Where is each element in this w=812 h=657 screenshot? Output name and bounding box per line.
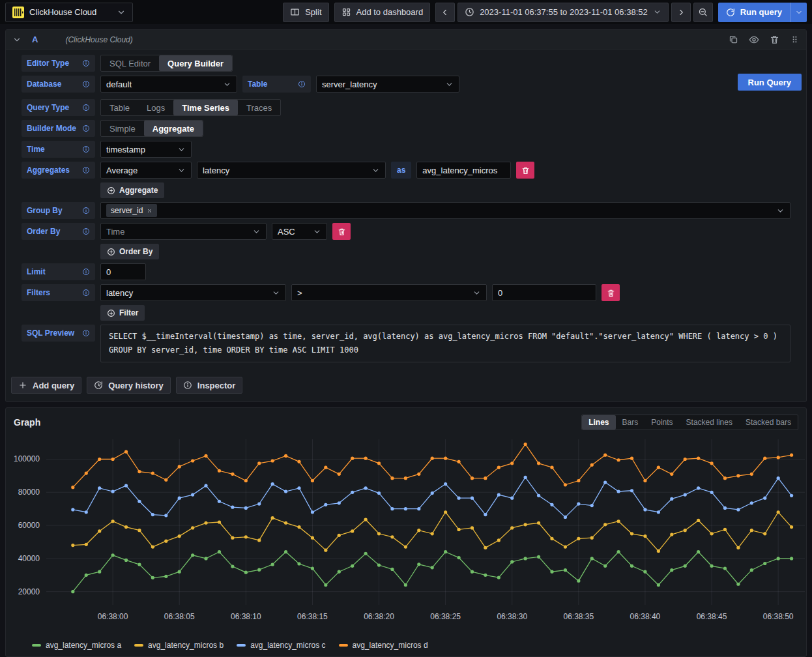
limit-label: Limit: [22, 263, 95, 280]
clock-icon: [465, 7, 474, 17]
info-icon: [298, 80, 306, 88]
database-select[interactable]: default: [100, 76, 237, 93]
duplicate-query-icon[interactable]: [729, 35, 738, 44]
plus-icon: [18, 381, 27, 390]
limit-input[interactable]: 0: [100, 263, 146, 280]
run-query-dropdown-button[interactable]: [790, 3, 807, 22]
time-column-select[interactable]: timestamp: [100, 141, 192, 158]
time-shift-forward-button[interactable]: [671, 3, 691, 22]
builder-mode-option-aggregate[interactable]: Aggregate: [144, 121, 203, 136]
order-by-field-select[interactable]: Time: [100, 223, 267, 240]
circle-plus-icon: [107, 248, 115, 256]
run-query-button[interactable]: Run query: [718, 3, 790, 22]
aggregates-label: Aggregates: [22, 162, 95, 179]
remove-order-by-button[interactable]: [332, 223, 351, 240]
time-shift-back-button[interactable]: [435, 3, 455, 22]
svg-text:40000: 40000: [18, 554, 40, 563]
collapse-chevron-icon[interactable]: [12, 35, 22, 44]
add-aggregate-button[interactable]: Aggregate: [100, 182, 164, 198]
graph-mode-lines[interactable]: Lines: [582, 415, 615, 430]
info-icon: [82, 268, 90, 276]
query-type-option-traces[interactable]: Traces: [238, 100, 280, 115]
inspector-button[interactable]: Inspector: [176, 377, 243, 394]
info-icon: [82, 124, 90, 132]
legend-item[interactable]: avg_latency_micros d: [339, 641, 428, 650]
aggregate-function-select[interactable]: Average: [100, 162, 192, 179]
time-label: Time: [22, 141, 95, 158]
chevron-down-icon: [776, 207, 785, 215]
filter-operator-select[interactable]: >: [291, 284, 487, 301]
graph-mode-stacked-lines[interactable]: Stacked lines: [680, 415, 739, 430]
delete-query-trash-icon[interactable]: [770, 35, 779, 44]
legend-item[interactable]: avg_latency_micros c: [237, 641, 325, 650]
split-button[interactable]: Split: [283, 3, 328, 22]
info-icon: [82, 104, 90, 111]
filter-column-select[interactable]: latency: [100, 284, 286, 301]
legend-series-marker: [339, 644, 348, 647]
query-type-option-logs[interactable]: Logs: [138, 100, 173, 115]
legend-series-label: avg_latency_micros a: [46, 641, 121, 650]
add-order-by-button[interactable]: Order By: [100, 244, 159, 259]
query-type-option-time-series[interactable]: Time Series: [173, 100, 238, 115]
datasource-hint: (ClickHouse Cloud): [65, 35, 132, 44]
remove-filter-button[interactable]: [602, 284, 620, 301]
add-filter-button[interactable]: Filter: [100, 305, 145, 321]
chevron-right-icon: [676, 8, 686, 17]
group-by-label: Group By: [22, 202, 95, 219]
chevron-down-icon: [223, 80, 231, 89]
sql-preview-label: SQL Preview: [22, 325, 95, 342]
graph-mode-points[interactable]: Points: [645, 415, 679, 430]
zoom-out-time-button[interactable]: [693, 3, 713, 22]
query-header[interactable]: A (ClickHouse Cloud): [6, 30, 806, 50]
time-series-chart[interactable]: 06:38:0006:38:0506:38:1006:38:1506:38:20…: [8, 434, 810, 636]
legend-item[interactable]: avg_latency_micros a: [32, 641, 121, 650]
chevron-down-icon: [177, 145, 186, 154]
builder-mode-option-simple[interactable]: Simple: [101, 121, 144, 136]
add-query-button[interactable]: Add query: [11, 377, 81, 394]
aggregate-column-select[interactable]: latency: [197, 162, 386, 179]
chevron-down-icon: [272, 289, 280, 297]
chevron-down-icon: [445, 80, 454, 89]
add-to-dashboard-label: Add to dashboard: [356, 7, 424, 17]
group-by-chip-server-id[interactable]: server_id: [106, 204, 157, 217]
add-to-dashboard-button[interactable]: Add to dashboard: [334, 3, 431, 22]
run-query-label: Run query: [740, 7, 782, 17]
table-select[interactable]: server_latency: [316, 76, 459, 93]
legend-item[interactable]: avg_latency_micros b: [134, 641, 224, 650]
aggregate-alias-input[interactable]: avg_latency_micros: [416, 162, 511, 179]
chevron-down-icon: [653, 8, 661, 16]
graph-mode-bars[interactable]: Bars: [616, 415, 645, 430]
svg-text:06:38:25: 06:38:25: [430, 612, 461, 621]
time-range-button[interactable]: 2023-11-01 06:37:55 to 2023-11-01 06:38:…: [457, 3, 669, 22]
graph-legend: avg_latency_micros aavg_latency_micros b…: [6, 638, 806, 656]
chevron-down-icon: [313, 227, 321, 236]
legend-series-marker: [237, 644, 246, 647]
svg-text:06:38:00: 06:38:00: [98, 612, 128, 621]
graph-mode-stacked-bars[interactable]: Stacked bars: [739, 415, 798, 430]
run-query-panel-button[interactable]: Run Query: [738, 74, 802, 91]
query-type-toggle: Table Logs Time Series Traces: [100, 99, 281, 116]
datasource-picker[interactable]: ClickHouse Cloud: [5, 3, 133, 22]
query-type-label: Query Type: [22, 99, 95, 116]
as-keyword-badge: as: [391, 162, 411, 179]
filter-value-input[interactable]: 0: [492, 284, 596, 301]
toggle-visibility-eye-icon[interactable]: [749, 35, 759, 45]
remove-chip-x-icon[interactable]: [147, 208, 152, 214]
info-icon: [82, 207, 90, 214]
svg-text:80000: 80000: [18, 488, 40, 497]
trash-icon: [521, 166, 530, 175]
svg-text:60000: 60000: [18, 521, 40, 530]
trash-icon: [338, 227, 346, 236]
remove-aggregate-button[interactable]: [516, 162, 534, 179]
query-type-option-table[interactable]: Table: [101, 100, 138, 115]
order-by-direction-select[interactable]: ASC: [272, 223, 327, 240]
graph-mode-toggle: Lines Bars Points Stacked lines Stacked …: [581, 415, 798, 430]
drag-handle-icon[interactable]: [790, 35, 800, 44]
group-by-multiselect[interactable]: server_id: [100, 202, 790, 219]
query-history-button[interactable]: Query history: [87, 377, 171, 394]
svg-text:06:38:30: 06:38:30: [497, 612, 527, 621]
chevron-down-icon: [472, 289, 481, 297]
trash-icon: [607, 289, 615, 297]
editor-type-option-sql-editor[interactable]: SQL Editor: [101, 55, 159, 71]
editor-type-option-query-builder[interactable]: Query Builder: [159, 55, 232, 71]
